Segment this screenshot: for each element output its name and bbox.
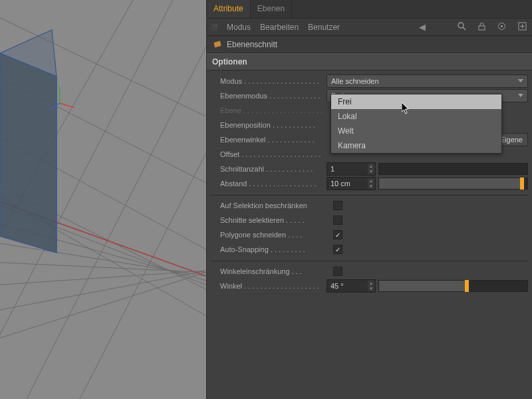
menu-bearbeiten[interactable]: Bearbeiten xyxy=(260,23,299,32)
chevron-down-icon xyxy=(518,79,523,82)
dropdown-modus[interactable]: Alle schneiden xyxy=(327,74,528,88)
checkbox-schnitte-sel[interactable] xyxy=(333,215,342,225)
dropdown-option-lokal[interactable]: Lokal xyxy=(331,109,501,124)
svg-marker-18 xyxy=(0,53,57,253)
input-abstand[interactable]: 10 cm ▲▼ xyxy=(327,177,376,190)
search-icon[interactable] xyxy=(456,22,467,33)
stepper-winkel[interactable]: ▲▼ xyxy=(368,281,374,291)
attribute-panel: Attribute Ebenen Modus Bearbeiten Benutz… xyxy=(206,0,532,399)
section-optionen: Optionen xyxy=(207,53,532,70)
checkbox-selektion[interactable] xyxy=(333,201,342,210)
svg-line-2 xyxy=(0,259,206,287)
grip-icon xyxy=(211,24,217,31)
prop-schnitte-sel: Schnitte selektieren . . . . . xyxy=(220,213,528,227)
svg-line-28 xyxy=(463,27,466,30)
svg-line-3 xyxy=(0,249,206,289)
menu-modus[interactable]: Modus xyxy=(227,23,251,32)
svg-rect-29 xyxy=(479,26,485,30)
slider-winkel[interactable] xyxy=(378,280,528,292)
prop-modus: Modus . . . . . . . . . . . . . . . . . … xyxy=(220,74,528,88)
cube-object[interactable] xyxy=(0,30,57,253)
prop-abstand: Abstand . . . . . . . . . . . . . . . . … xyxy=(220,176,528,191)
svg-marker-35 xyxy=(213,41,221,48)
panel-tabs: Attribute Ebenen xyxy=(207,0,532,19)
viewport-3d[interactable] xyxy=(0,0,206,399)
dropdown-popup-ebenenmodus[interactable]: Frei Lokal Welt Kamera xyxy=(331,94,502,154)
dropdown-option-frei[interactable]: Frei xyxy=(331,94,501,109)
dropdown-option-kamera[interactable]: Kamera xyxy=(331,138,501,153)
checkbox-autosnap[interactable]: ✓ xyxy=(333,245,342,254)
prop-winkelein: Winkeleinschränkung . . . xyxy=(220,264,528,279)
slider-abstand[interactable] xyxy=(378,178,528,190)
tab-attribute[interactable]: Attribute xyxy=(207,0,251,18)
stepper-schnittanzahl[interactable]: ▲▼ xyxy=(368,164,374,174)
dropdown-option-welt[interactable]: Welt xyxy=(331,124,501,138)
prop-polygone: Polygone schneiden . . . . ✓ xyxy=(220,227,528,242)
object-name: Ebenenschnitt xyxy=(227,40,277,49)
input-schnittanzahl[interactable]: 1 ▲▼ xyxy=(327,162,376,176)
chevron-down-icon xyxy=(518,94,523,97)
svg-point-31 xyxy=(501,25,503,27)
svg-point-27 xyxy=(458,23,464,28)
object-header: Ebenenschnitt xyxy=(207,36,532,53)
slider-schnittanzahl[interactable] xyxy=(378,163,528,175)
divider xyxy=(211,195,528,196)
checkbox-winkelein[interactable] xyxy=(333,267,342,276)
svg-line-1 xyxy=(0,233,206,326)
nav-back-icon[interactable]: ◀ xyxy=(418,22,427,32)
lock-icon[interactable] xyxy=(477,22,487,33)
prop-selektion: Auf Selektion beschränken xyxy=(220,198,528,213)
menu-benutzer[interactable]: Benutzer xyxy=(308,23,340,32)
svg-line-24 xyxy=(60,103,74,108)
svg-line-15 xyxy=(80,153,206,399)
stepper-abstand[interactable]: ▲▼ xyxy=(368,178,374,189)
target-icon[interactable] xyxy=(496,22,507,33)
input-winkel[interactable]: 45 ° ▲▼ xyxy=(327,279,376,293)
mouse-cursor xyxy=(402,102,410,114)
prop-autosnap: Auto-Snapping . . . . . . . . . ✓ xyxy=(220,242,528,257)
plane-cut-icon xyxy=(212,39,223,50)
menu-bar: Modus Bearbeiten Benutzer ◀ xyxy=(207,19,532,36)
add-icon[interactable] xyxy=(517,22,528,33)
divider xyxy=(211,261,528,261)
tab-ebenen[interactable]: Ebenen xyxy=(251,0,292,18)
prop-winkel: Winkel . . . . . . . . . . . . . . . . .… xyxy=(220,279,528,293)
prop-schnittanzahl: Schnittanzahl . . . . . . . . . . . . 1 … xyxy=(220,162,528,176)
checkbox-polygone[interactable]: ✓ xyxy=(333,230,342,239)
